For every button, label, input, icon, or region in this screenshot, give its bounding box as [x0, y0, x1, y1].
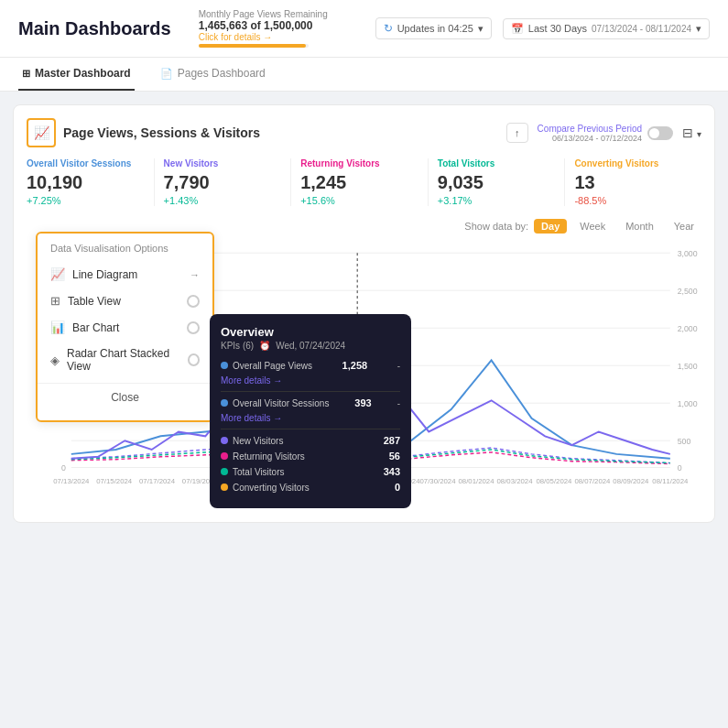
svg-text:500: 500: [678, 437, 691, 446]
viz-close-button[interactable]: Close: [38, 383, 212, 411]
tooltip-name-new: New Visitors: [233, 436, 283, 446]
period-month[interactable]: Month: [618, 219, 661, 234]
svg-text:1,000: 1,000: [678, 399, 698, 408]
svg-text:0: 0: [678, 463, 682, 473]
dashboard-card: 📈 Page Views, Sessions & Visitors ↑ Comp…: [13, 104, 715, 523]
tooltip-name-pv: Overall Page Views: [233, 361, 312, 371]
tooltip-dot-conv: [221, 484, 228, 491]
kpi-total-visitors: Total Visitors 9,035 +3.17%: [429, 158, 566, 206]
viz-option-line-label: Line Diagram: [72, 268, 137, 281]
viz-option-radar[interactable]: ◈ Radar Chart Stacked View: [38, 341, 212, 379]
tooltip-name-tot: Total Visitors: [233, 467, 285, 477]
filter-icon: ⊟: [682, 125, 693, 140]
calendar-icon: 📅: [511, 23, 524, 35]
tooltip-val-pv: 1,258: [342, 360, 368, 371]
date-range-label: Last 30 Days: [528, 23, 587, 34]
pages-tab-label: Pages Dashboard: [178, 67, 266, 80]
tooltip-val-new: 287: [384, 435, 400, 446]
tooltip-val-conv: 0: [395, 482, 400, 493]
tooltip-row-returning: Returning Visitors 56: [221, 451, 400, 462]
viz-option-table[interactable]: ⊞ Table View: [38, 288, 212, 314]
kpi-label-total: Total Visitors: [438, 158, 556, 168]
tooltip-more-sess[interactable]: More details →: [221, 413, 400, 423]
chart-type-icon[interactable]: 📈: [27, 118, 56, 147]
kpi-label-returning: Returning Visitors: [300, 158, 418, 168]
tooltip-name-sess: Overall Visitor Sessions: [233, 398, 329, 408]
filter-button[interactable]: ⊟ ▾: [682, 125, 701, 140]
tooltip-more-pv[interactable]: More details →: [221, 375, 400, 386]
page-views-value: 1,465,663 of 1,500,000: [199, 19, 328, 32]
viz-option-table-left: ⊞ Table View: [50, 294, 121, 308]
kpi-change-sessions: +7.25%: [27, 195, 145, 206]
radar-chart-icon: ◈: [50, 353, 60, 367]
tooltip-kpi-left-tot: Total Visitors: [221, 467, 285, 477]
tooltip-val-ret: 56: [389, 451, 400, 462]
table-view-icon: ⊞: [50, 294, 60, 308]
kpi-value-converting: 13: [574, 172, 692, 193]
card-controls: ↑ Compare Previous Period 06/13/2024 - 0…: [506, 123, 701, 143]
click-details-link[interactable]: Click for details →: [199, 32, 328, 42]
svg-text:07/15/2024: 07/15/2024: [96, 477, 133, 485]
filter-chevron: ▾: [697, 129, 701, 139]
tab-master-dashboard[interactable]: ⊞ Master Dashboard: [18, 58, 135, 91]
pages-tab-icon: 📄: [160, 68, 173, 80]
update-chevron: ▾: [478, 23, 484, 35]
svg-text:0: 0: [61, 463, 66, 473]
toggle-knob: [649, 128, 659, 138]
compare-toggle[interactable]: [647, 126, 673, 140]
viz-option-bar[interactable]: 📊 Bar Chart: [38, 314, 212, 341]
header-right: ↻ Updates in 04:25 ▾ 📅 Last 30 Days 07/1…: [375, 17, 710, 39]
period-day[interactable]: Day: [534, 219, 567, 234]
tooltip-val-sess: 393: [354, 397, 371, 408]
kpi-returning-visitors: Returning Visitors 1,245 +15.6%: [291, 158, 429, 206]
kpi-change-total: +3.17%: [438, 195, 556, 206]
tooltip-divider-2: [221, 429, 400, 429]
svg-text:2,000: 2,000: [678, 324, 698, 333]
tooltip-row-converting: Converting Visitors 0: [221, 482, 400, 493]
tab-pages-dashboard[interactable]: 📄 Pages Dashboard: [157, 58, 269, 91]
share-button[interactable]: ↑: [506, 123, 528, 143]
period-year[interactable]: Year: [667, 219, 701, 234]
svg-text:08/01/2024: 08/01/2024: [458, 477, 494, 485]
kpi-change-new: +1.43%: [164, 195, 282, 206]
table-radio[interactable]: [187, 295, 200, 308]
page-title: Main Dashboards: [18, 18, 171, 39]
chart-wrapper: Data Visualisation Options 📈 Line Diagra…: [27, 241, 701, 509]
master-tab-label: Master Dashboard: [35, 67, 131, 80]
radar-radio[interactable]: [188, 353, 200, 366]
period-week[interactable]: Week: [572, 219, 613, 234]
page-views-info: Monthly Page Views Remaining 1,465,663 o…: [199, 9, 328, 48]
compare-period-toggle: Compare Previous Period 06/13/2024 - 07/…: [538, 124, 674, 143]
date-range-picker[interactable]: 📅 Last 30 Days 07/13/2024 - 08/11/2024 ▾: [503, 18, 710, 39]
kpi-label-converting: Converting Visitors: [574, 158, 692, 168]
kpi-overall-visitor-sessions: Overall Visitor Sessions 10,190 +7.25%: [27, 158, 155, 206]
tooltip-kpi-left-new: New Visitors: [221, 436, 283, 446]
kpi-label-sessions: Overall Visitor Sessions: [27, 158, 145, 168]
card-header: 📈 Page Views, Sessions & Visitors ↑ Comp…: [27, 118, 701, 147]
tooltip-subtitle: KPIs (6) ⏰ Wed, 07/24/2024: [221, 341, 400, 351]
tooltip-row-page-views: Overall Page Views 1,258 -: [221, 360, 400, 371]
tooltip-name-conv: Converting Visitors: [233, 483, 310, 493]
arrow-right-icon: →: [190, 269, 200, 280]
viz-option-line[interactable]: 📈 Line Diagram →: [38, 261, 212, 288]
date-range-value: 07/13/2024 - 08/11/2024: [592, 24, 691, 34]
update-badge[interactable]: ↻ Updates in 04:25 ▾: [375, 17, 492, 39]
tooltip-dot-tot: [221, 468, 228, 475]
tooltip-clock-icon: ⏰: [259, 341, 270, 351]
page-views-bar-wrap: [199, 44, 309, 48]
svg-text:1,500: 1,500: [678, 362, 698, 371]
show-data-label: Show data by:: [464, 221, 528, 232]
kpi-label-new: New Visitors: [164, 158, 282, 168]
svg-text:07/30/2024: 07/30/2024: [420, 477, 457, 485]
tooltip-kpi-count: KPIs (6): [221, 341, 254, 351]
viz-dropdown-title: Data Visualisation Options: [38, 243, 212, 261]
tooltip-name-ret: Returning Visitors: [233, 451, 305, 462]
tooltip-dot-pv: [221, 362, 228, 369]
page-views-label: Monthly Page Views Remaining: [199, 9, 328, 19]
update-label: Updates in 04:25: [397, 23, 473, 34]
viz-option-bar-left: 📊 Bar Chart: [50, 321, 119, 334]
viz-dropdown: Data Visualisation Options 📈 Line Diagra…: [36, 232, 214, 422]
bar-radio[interactable]: [187, 321, 200, 334]
svg-text:08/03/2024: 08/03/2024: [496, 477, 533, 485]
chart-tooltip: Overview KPIs (6) ⏰ Wed, 07/24/2024 Over…: [210, 314, 411, 508]
